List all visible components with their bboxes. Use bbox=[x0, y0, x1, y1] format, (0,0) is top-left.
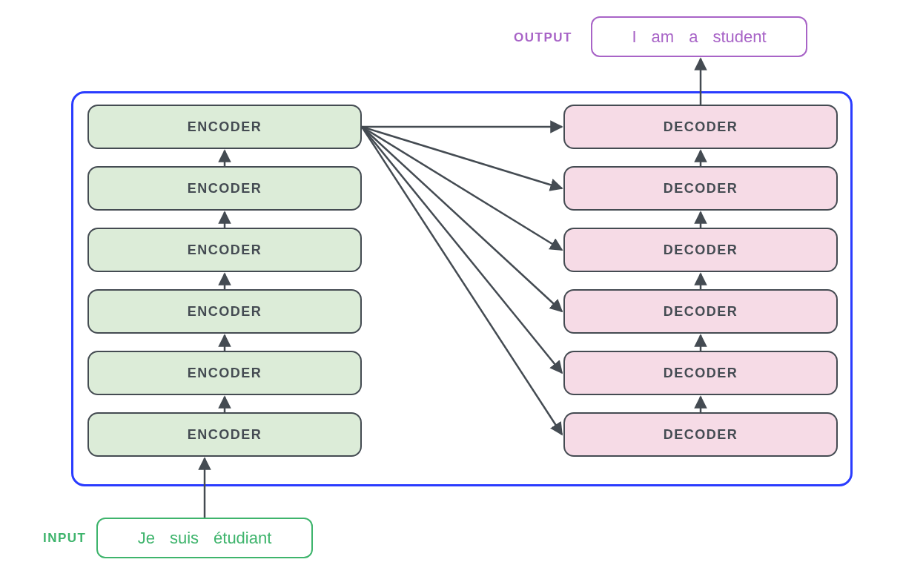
input-caption: INPUT bbox=[43, 531, 87, 546]
token: a bbox=[681, 27, 705, 47]
token: suis bbox=[162, 529, 206, 548]
encoder-block: ENCODER bbox=[87, 289, 362, 334]
encoder-block: ENCODER bbox=[87, 351, 362, 395]
decoder-label: DECODER bbox=[664, 304, 738, 320]
encoder-block: ENCODER bbox=[87, 105, 362, 149]
encoder-label: ENCODER bbox=[188, 304, 262, 320]
decoder-label: DECODER bbox=[664, 366, 738, 381]
input-box: Jesuisétudiant bbox=[96, 518, 313, 558]
decoder-label: DECODER bbox=[664, 119, 738, 135]
decoder-block: DECODER bbox=[563, 105, 838, 149]
decoder-block: DECODER bbox=[563, 166, 838, 211]
encoder-block: ENCODER bbox=[87, 412, 362, 457]
token: student bbox=[705, 27, 773, 47]
decoder-label: DECODER bbox=[664, 242, 738, 258]
decoder-label: DECODER bbox=[664, 427, 738, 443]
token: étudiant bbox=[206, 529, 279, 548]
encoder-label: ENCODER bbox=[188, 181, 262, 196]
encoder-label: ENCODER bbox=[188, 427, 262, 443]
output-box: Iamastudent bbox=[591, 16, 807, 57]
decoder-block: DECODER bbox=[563, 228, 838, 272]
encoder-block: ENCODER bbox=[87, 166, 362, 211]
token: I bbox=[624, 27, 644, 47]
diagram-root: OUTPUT Iamastudent ENCODERENCODERENCODER… bbox=[0, 0, 903, 588]
decoder-block: DECODER bbox=[563, 289, 838, 334]
token: am bbox=[644, 27, 682, 47]
decoder-label: DECODER bbox=[664, 181, 738, 196]
decoder-block: DECODER bbox=[563, 412, 838, 457]
encoder-block: ENCODER bbox=[87, 228, 362, 272]
output-caption: OUTPUT bbox=[514, 30, 572, 45]
token: Je bbox=[130, 529, 162, 548]
encoder-label: ENCODER bbox=[188, 366, 262, 381]
decoder-block: DECODER bbox=[563, 351, 838, 395]
encoder-label: ENCODER bbox=[188, 242, 262, 258]
encoder-label: ENCODER bbox=[188, 119, 262, 135]
